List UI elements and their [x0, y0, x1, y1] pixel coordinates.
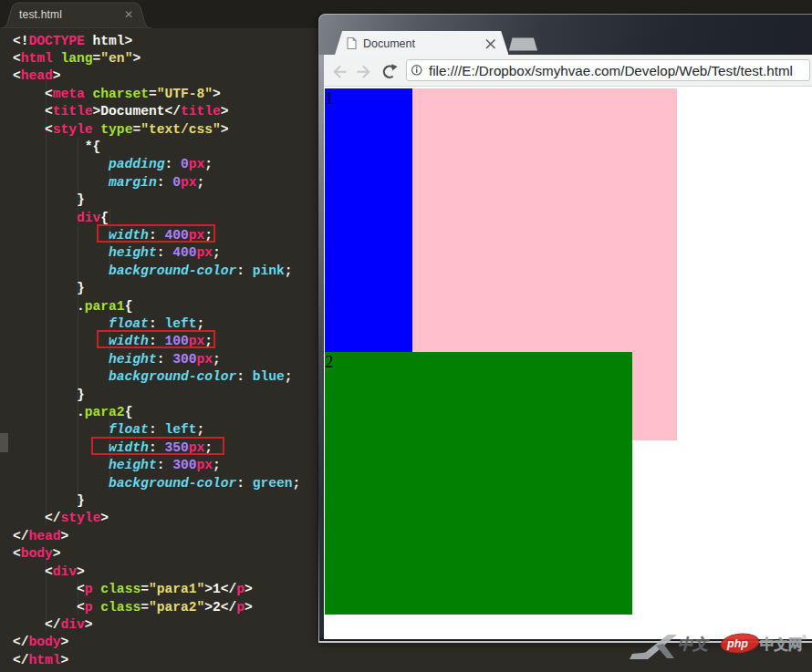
svg-text:中文网: 中文网: [760, 636, 803, 652]
svg-text:php: php: [726, 637, 748, 650]
svg-text:中文: 中文: [678, 636, 711, 652]
svg-text:®: ®: [802, 635, 807, 641]
